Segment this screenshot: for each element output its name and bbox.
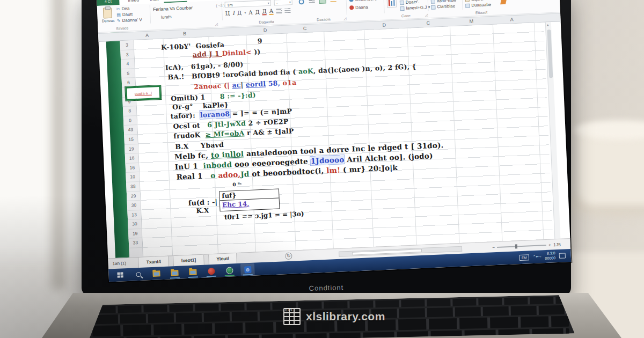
alert-button[interactable]: Daana — [349, 4, 378, 10]
clipboard-item-button[interactable]: ▤ Dautt — [116, 11, 142, 17]
zoom-slider[interactable] — [497, 245, 546, 248]
align-left-icon[interactable] — [276, 9, 282, 13]
row-header-number[interactable]: 16 — [126, 163, 140, 173]
row-header-number[interactable]: 29 — [127, 191, 141, 201]
active-app-button[interactable]: ◍ — [240, 263, 255, 276]
column-header-letter[interactable]: A — [145, 33, 149, 38]
excel-taskbar-button[interactable] — [222, 264, 237, 276]
row-header-number[interactable]: 43 — [123, 125, 137, 135]
search-button[interactable] — [131, 268, 145, 281]
red-app-icon — [208, 267, 215, 275]
row-header-number[interactable]: 3 — [120, 40, 134, 50]
new-sheet-button[interactable]: ↻ — [285, 253, 292, 260]
row-header-number[interactable]: 10 — [126, 172, 140, 182]
sheet-nav[interactable]: 1ah (1) — [112, 261, 126, 266]
fill-color-button[interactable]: A — [269, 8, 273, 15]
row-header-number[interactable]: 4 — [121, 59, 135, 69]
column-header-letter[interactable]: A — [510, 17, 513, 22]
dialog-launcher-icon[interactable]: ◿ — [425, 13, 428, 17]
file-explorer-button-3[interactable] — [186, 266, 200, 278]
row-header-number[interactable]: 33 — [129, 238, 143, 248]
font-name-combobox[interactable]: Tm — [225, 0, 271, 8]
selected-cell[interactable]: cuaza a...l — [125, 85, 161, 101]
formula-lead: fu(d : -| — [188, 198, 218, 207]
find-select-icon[interactable] — [500, 0, 507, 4]
align-lines-icon[interactable] — [309, 0, 314, 3]
style-item-button[interactable]: Clartiblae — [431, 3, 462, 9]
sheet-tab[interactable]: Ylout/ — [208, 253, 237, 264]
system-tray: EM ⌃▪•◦▫ 8.3:0 00000 — [519, 251, 571, 262]
row-header-number[interactable]: 19 — [125, 144, 138, 154]
font-color-button[interactable]: Д — [262, 8, 267, 15]
file-explorer-button-2[interactable] — [167, 267, 182, 279]
align-center-icon[interactable] — [284, 8, 290, 13]
underline-dropdown-icon[interactable]: ▾ — [244, 11, 246, 14]
watermark-text: xlslibrary.com — [306, 310, 385, 323]
row-header-number[interactable]: 30 — [127, 201, 141, 211]
dialog-launcher-icon[interactable]: ◿ — [343, 17, 347, 21]
number-item-button[interactable]: Doaer'. — [400, 0, 430, 5]
row-header-number[interactable]: 38 — [126, 182, 140, 192]
column-header-letter[interactable]: D — [264, 27, 267, 33]
number-item-button[interactable]: Ianest+G.J ▾ — [400, 5, 430, 11]
sheet-tab[interactable]: Ixeot1] — [173, 255, 204, 266]
italic-button[interactable]: I — [232, 10, 235, 16]
row-header-number[interactable]: 18 — [125, 153, 139, 164]
formula-box-cluster: 0 ᵀᶜ fu(d : -| K.X fuf} Ehc 14, t0r1 == … — [185, 179, 326, 226]
font-size-combobox[interactable]: · — [274, 0, 292, 6]
column-header-letter[interactable]: B — [183, 31, 186, 36]
gridline — [493, 25, 503, 241]
vertical-scroll-thumb[interactable] — [547, 30, 553, 78]
row-header-number[interactable]: 19 — [128, 229, 142, 239]
start-button[interactable] — [113, 269, 127, 281]
underline-button[interactable]: Д — [237, 10, 242, 16]
zoom-slider-knob[interactable] — [515, 244, 517, 248]
clipboard-item-button[interactable]: ✎ Daonna' V — [117, 17, 142, 23]
paste-button[interactable]: Denvac — [101, 8, 114, 22]
ribbon-group-label: Caoe — [401, 14, 411, 18]
item-icon — [465, 3, 470, 8]
browser-button[interactable] — [204, 265, 218, 277]
row-header-number[interactable]: 5 — [121, 69, 135, 79]
gridline — [534, 23, 544, 239]
row-header-number[interactable]: 8 — [123, 106, 137, 116]
column-chart-icon[interactable] — [386, 0, 397, 8]
zoom-control[interactable]: − + 1J5 — [492, 242, 561, 251]
dialog-launcher-icon[interactable]: ◿ — [215, 22, 218, 26]
globe-button[interactable]: Oebe/fourC — [349, 0, 377, 2]
zoom-out-icon[interactable]: − — [492, 245, 495, 250]
row-header-number[interactable]: 30 — [128, 219, 142, 230]
number-group: Tnare ▾Doaer'.Ianest+G.J ▾ — [386, 0, 430, 12]
align-lines-gold-icon[interactable] — [331, 0, 336, 2]
column-header-letter[interactable]: C — [426, 20, 430, 26]
fill-style-icon[interactable] — [319, 0, 326, 4]
row-header-number[interactable]: 13 — [127, 210, 141, 220]
column-header-letter[interactable]: C — [303, 26, 307, 31]
row-header-number[interactable]: 3 — [120, 50, 134, 60]
clipboard-item-button[interactable]: ✂ Dea — [116, 5, 142, 11]
row-header-number[interactable]: 0 — [123, 116, 137, 126]
formula-box: fuf} Ehc 14, — [219, 189, 280, 212]
window-frame — [52, 0, 65, 290]
column-header-letter[interactable]: D — [383, 23, 386, 28]
tray-icon[interactable]: ▫ — [540, 254, 541, 258]
horizontal-scroll-thumb[interactable] — [352, 249, 422, 255]
excel-window: 4 Ct Ihve6IhattExat93nchEmaotOarcnaVitat… — [97, 0, 571, 282]
refresh-icon[interactable] — [299, 0, 304, 5]
cell-item-button[interactable]: Duaaaabe — [465, 2, 491, 8]
action-center-icon[interactable] — [559, 253, 566, 259]
font-grow-button[interactable]: A — [248, 9, 253, 15]
zoom-in-icon[interactable]: + — [548, 242, 551, 247]
taskbar-clock[interactable]: 8.3:0 00000 — [545, 251, 555, 261]
column-header-letter[interactable]: M — [469, 18, 473, 24]
row-header-number[interactable]: 15 — [124, 135, 138, 145]
language-indicator[interactable]: EM — [519, 254, 529, 261]
sheet-tab[interactable]: Txant4 — [138, 256, 169, 268]
watermark: XLS xlslibrary.com — [283, 308, 385, 325]
gridline — [407, 28, 417, 245]
bold-button[interactable]: Ц — [225, 10, 230, 16]
zoom-level[interactable]: 1J5 — [553, 242, 561, 248]
file-explorer-button[interactable] — [149, 267, 164, 280]
font-shrink-button[interactable]: Д — [255, 9, 260, 15]
running-indicator — [188, 276, 198, 278]
